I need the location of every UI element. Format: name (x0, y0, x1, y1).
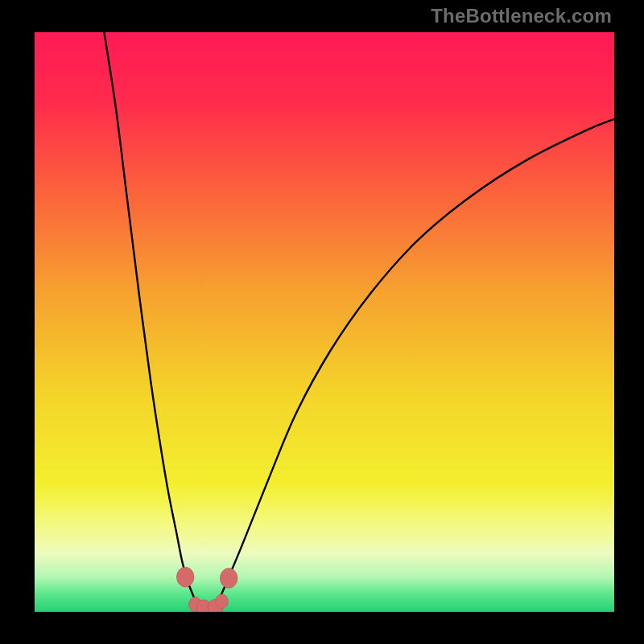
valley-marker (176, 567, 194, 587)
chart-svg (35, 32, 614, 612)
valley-marker (220, 568, 237, 588)
chart-frame: TheBottleneck.com (0, 0, 644, 644)
watermark-text: TheBottleneck.com (431, 5, 612, 27)
gradient-background (35, 32, 614, 612)
plot-area (35, 32, 614, 612)
valley-marker (216, 594, 229, 609)
